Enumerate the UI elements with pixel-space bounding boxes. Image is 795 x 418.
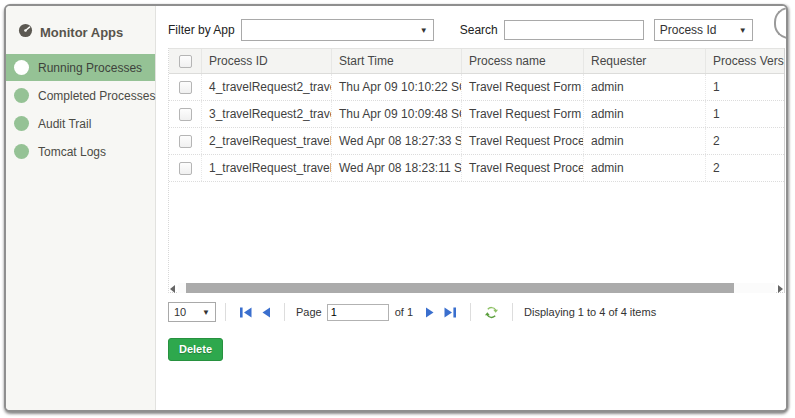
page-size-select[interactable]: 10 ▼ <box>168 302 216 322</box>
cell-process-id: 1_travelRequest_travelReq <box>202 155 332 181</box>
row-checkbox-cell <box>169 74 202 100</box>
column-header-process-name[interactable]: Process name <box>462 49 584 73</box>
table-row[interactable]: 4_travelRequest2_travelRe Thu Apr 09 10:… <box>169 74 784 101</box>
cell-start-time: Wed Apr 08 18:27:33 SGT <box>332 128 462 154</box>
cell-process-version: 2 <box>706 155 784 181</box>
sidebar-item-label: Running Processes <box>38 61 142 75</box>
scroll-left-arrow-icon[interactable] <box>168 283 178 293</box>
row-checkbox[interactable] <box>179 81 192 94</box>
cell-process-version: 1 <box>706 74 784 100</box>
status-dot-icon <box>14 88 29 103</box>
sidebar-item-label: Audit Trail <box>38 117 91 131</box>
column-header-process-version[interactable]: Process Version <box>706 49 784 73</box>
select-all-cell <box>169 49 202 73</box>
row-checkbox[interactable] <box>179 162 192 175</box>
delete-button[interactable]: Delete <box>168 338 223 361</box>
table-row[interactable]: 1_travelRequest_travelReq Wed Apr 08 18:… <box>169 155 784 182</box>
dashboard-gauge-icon <box>18 23 33 41</box>
row-checkbox-cell <box>169 128 202 154</box>
search-field-select[interactable]: Process Id ▼ <box>654 19 753 41</box>
next-page-icon[interactable] <box>425 307 435 318</box>
column-header-requester[interactable]: Requester <box>584 49 706 73</box>
cell-requester: admin <box>584 74 706 100</box>
cell-process-id: 3_travelRequest2_travelRe <box>202 101 332 127</box>
cell-process-id: 2_travelRequest_travelReq <box>202 128 332 154</box>
cell-process-name: Travel Request Form Approval <box>462 101 584 127</box>
cell-start-time: Thu Apr 09 10:09:48 SGT 2 <box>332 101 462 127</box>
cell-process-id: 4_travelRequest2_travelRe <box>202 74 332 100</box>
page-label: Page <box>296 306 322 318</box>
cell-process-version: 1 <box>706 101 784 127</box>
toolbar: Filter by App ▼ Search Process Id ▼ <box>168 18 780 42</box>
scroll-right-arrow-icon[interactable] <box>775 283 785 293</box>
divider <box>512 303 513 321</box>
cell-process-name: Travel Request Form Approval <box>462 74 584 100</box>
cell-start-time: Wed Apr 08 18:23:11 SGT <box>332 155 462 181</box>
row-checkbox[interactable] <box>179 108 192 121</box>
row-checkbox-cell <box>169 155 202 181</box>
last-page-icon[interactable] <box>443 307 457 318</box>
app-title: Monitor Apps <box>40 25 123 40</box>
search-label: Search <box>460 23 498 37</box>
page-of-label: of 1 <box>395 306 413 318</box>
pagination-bar: 10 ▼ Page of 1 <box>168 300 780 324</box>
sidebar-header: Monitor Apps <box>6 6 155 54</box>
filter-by-app-select[interactable]: ▼ <box>241 19 434 41</box>
search-field-value: Process Id <box>660 23 717 37</box>
sidebar-item-completed-processes[interactable]: Completed Processes <box>6 82 155 109</box>
horizontal-scrollbar <box>168 282 785 294</box>
status-dot-icon <box>14 116 29 131</box>
cell-process-name: Travel Request Process <box>462 128 584 154</box>
scrollbar-thumb[interactable] <box>186 283 734 293</box>
process-table: Process ID Start Time Process name Reque… <box>168 48 785 293</box>
search-input[interactable] <box>504 20 644 40</box>
divider <box>470 303 471 321</box>
chevron-down-icon: ▼ <box>202 308 210 317</box>
previous-page-icon[interactable] <box>261 307 271 318</box>
main-panel: Filter by App ▼ Search Process Id ▼ Proc… <box>157 6 786 410</box>
chevron-down-icon: ▼ <box>420 26 428 35</box>
sidebar: Monitor Apps Running Processes Completed… <box>6 6 156 410</box>
row-checkbox[interactable] <box>179 135 192 148</box>
table-row[interactable]: 3_travelRequest2_travelRe Thu Apr 09 10:… <box>169 101 784 128</box>
cell-requester: admin <box>584 101 706 127</box>
cell-requester: admin <box>584 155 706 181</box>
page-number-input[interactable] <box>327 304 389 321</box>
row-checkbox-cell <box>169 101 202 127</box>
column-header-start-time[interactable]: Start Time <box>332 49 462 73</box>
first-page-icon[interactable] <box>239 307 253 318</box>
cell-start-time: Thu Apr 09 10:10:22 SGT 2 <box>332 74 462 100</box>
sidebar-item-label: Tomcat Logs <box>38 145 106 159</box>
filter-by-app-label: Filter by App <box>168 23 235 37</box>
cell-requester: admin <box>584 128 706 154</box>
table-header-row: Process ID Start Time Process name Reque… <box>169 48 784 74</box>
select-all-checkbox[interactable] <box>179 55 192 68</box>
status-dot-icon <box>14 144 29 159</box>
sidebar-item-running-processes[interactable]: Running Processes <box>6 54 155 81</box>
table-row[interactable]: 2_travelRequest_travelReq Wed Apr 08 18:… <box>169 128 784 155</box>
sidebar-item-audit-trail[interactable]: Audit Trail <box>6 110 155 137</box>
sidebar-nav: Running Processes Completed Processes Au… <box>6 54 155 165</box>
cell-process-version: 2 <box>706 128 784 154</box>
chevron-down-icon: ▼ <box>739 26 747 35</box>
divider <box>284 303 285 321</box>
status-dot-icon <box>14 60 29 75</box>
cell-process-name: Travel Request Process <box>462 155 584 181</box>
page-size-value: 10 <box>174 306 186 318</box>
refresh-icon[interactable] <box>484 305 499 320</box>
scrollbar-track[interactable] <box>178 283 775 293</box>
sidebar-item-label: Completed Processes <box>38 89 155 103</box>
divider <box>225 303 226 321</box>
displaying-status: Displaying 1 to 4 of 4 items <box>524 306 656 318</box>
monitor-apps-window: Monitor Apps Running Processes Completed… <box>4 4 788 412</box>
column-header-process-id[interactable]: Process ID <box>202 49 332 73</box>
sidebar-item-tomcat-logs[interactable]: Tomcat Logs <box>6 138 155 165</box>
